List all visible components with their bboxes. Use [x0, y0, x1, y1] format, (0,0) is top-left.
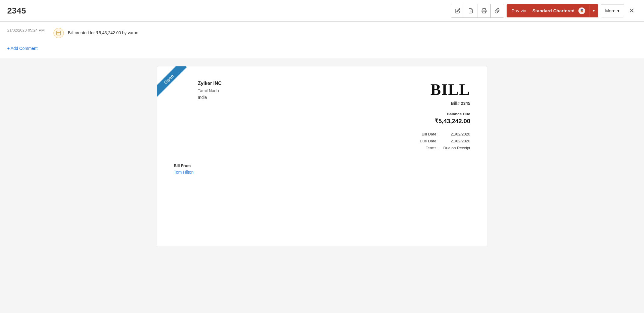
toolbar-icon-group — [451, 4, 504, 18]
more-label: More — [605, 8, 615, 13]
terms-row: Terms : Due on Receipt — [420, 144, 470, 151]
bank-name: Standard Chartered — [532, 8, 575, 13]
pay-via-dropdown[interactable]: ▾ — [590, 5, 598, 17]
company-name: Zylker INC — [198, 81, 222, 86]
bill-header: Zylker INC Tamil Nadu India BILL Bill# 2… — [174, 81, 470, 151]
terms-label: Terms : — [420, 144, 443, 151]
pdf-button[interactable] — [464, 4, 477, 17]
bill-title-section: BILL Bill# 2345 Balance Due ₹5,43,242.00… — [420, 81, 470, 151]
bill-meta-table: Bill Date : 21/02/2020 Due Date : 21/02/… — [420, 131, 470, 151]
print-icon — [481, 8, 487, 14]
due-date-label: Due Date : — [420, 138, 443, 144]
activity-item: 21/02/2020 05:24 PM Bill created for ₹5,… — [7, 28, 637, 38]
activity-timestamp: 21/02/2020 05:24 PM — [7, 28, 49, 32]
svg-rect-2 — [483, 11, 485, 13]
bill-date-label: Bill Date : — [420, 131, 443, 138]
bill-from-name: Tom Hilton — [174, 170, 194, 175]
activity-text: Bill created for ₹5,43,242.00 by varun — [68, 28, 138, 36]
pay-via-main[interactable]: Pay via Standard Chartered $ — [507, 5, 589, 17]
more-arrow-icon: ▾ — [617, 8, 620, 14]
bill-date-value: 21/02/2020 — [443, 131, 470, 138]
bill-from-label: Bill From — [174, 163, 194, 168]
bill-date-row: Bill Date : 21/02/2020 — [420, 131, 470, 138]
edit-icon — [455, 8, 460, 14]
balance-due-amount: ₹5,43,242.00 — [420, 117, 470, 125]
due-date-value: 21/02/2020 — [443, 138, 470, 144]
due-date-row: Due Date : 21/02/2020 — [420, 138, 470, 144]
pdf-icon — [468, 8, 474, 14]
bill-bottom: Bill From Tom Hilton — [174, 163, 470, 175]
balance-due-label: Balance Due — [420, 112, 470, 116]
terms-value: Due on Receipt — [443, 144, 470, 151]
close-icon: ✕ — [629, 7, 634, 14]
activity-section: 21/02/2020 05:24 PM Bill created for ₹5,… — [0, 22, 644, 59]
add-comment-button[interactable]: + Add Comment — [7, 44, 38, 53]
more-button[interactable]: More ▾ — [601, 4, 624, 17]
company-state: Tamil Nadu — [198, 87, 222, 94]
attach-button[interactable] — [491, 4, 504, 17]
bill-number-title: 2345 — [7, 6, 26, 16]
bill-title: BILL — [420, 81, 470, 99]
sc-logo-icon: $ — [578, 7, 585, 14]
header-actions: Pay via Standard Chartered $ ▾ — [451, 4, 637, 18]
bill-meta: Bill Date : 21/02/2020 Due Date : 21/02/… — [420, 131, 470, 151]
bill-document: Open Zylker INC Tamil Nadu India BILL Bi… — [157, 66, 487, 246]
document-area: Open Zylker INC Tamil Nadu India BILL Bi… — [0, 59, 644, 312]
dropdown-arrow-icon: ▾ — [593, 9, 595, 13]
close-button[interactable]: ✕ — [627, 5, 637, 17]
status-ribbon-label: Open — [157, 66, 187, 97]
company-info: Zylker INC Tamil Nadu India — [198, 81, 222, 101]
pay-via-text: Pay via — [511, 8, 526, 13]
edit-button[interactable] — [451, 4, 464, 17]
svg-rect-5 — [57, 31, 61, 35]
status-ribbon: Open — [157, 66, 193, 102]
company-country: India — [198, 94, 222, 101]
bill-from-section: Bill From Tom Hilton — [174, 163, 194, 175]
bill-created-icon — [56, 30, 61, 36]
attach-icon — [495, 8, 500, 14]
activity-icon — [54, 28, 64, 38]
balance-due-section: Balance Due ₹5,43,242.00 — [420, 112, 470, 125]
bill-number-label: Bill# 2345 — [420, 101, 470, 106]
page-header: 2345 — [0, 0, 644, 22]
pay-via-button[interactable]: Pay via Standard Chartered $ ▾ — [507, 4, 598, 17]
print-button[interactable] — [477, 4, 491, 17]
